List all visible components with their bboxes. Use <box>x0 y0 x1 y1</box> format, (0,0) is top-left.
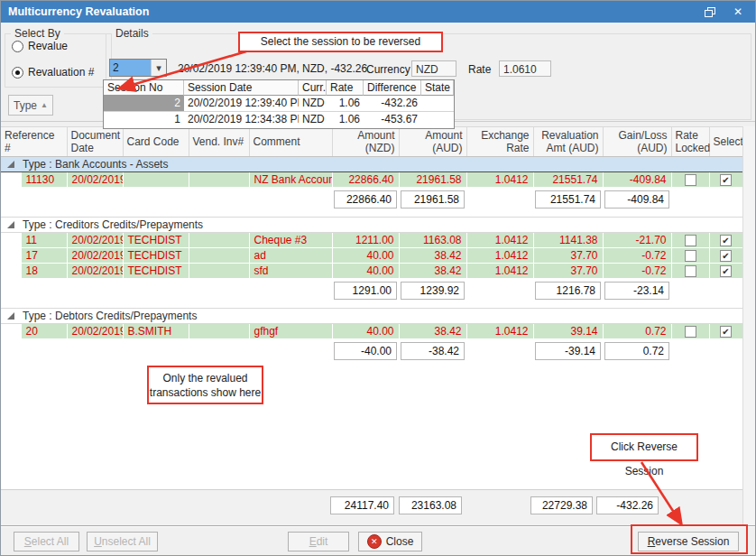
grand-total-gain-loss: -432.26 <box>596 496 659 514</box>
grid-row[interactable]: 11 20/02/2019 TECHDIST Cheque #3 1211.00… <box>1 233 742 248</box>
header-card-code[interactable]: Card Code <box>123 127 189 157</box>
rate-locked-checkbox[interactable] <box>685 265 696 277</box>
grand-total-revaluation-amt: 22729.38 <box>530 496 593 514</box>
select-checkbox[interactable] <box>720 174 732 186</box>
session-date-cell[interactable]: 20/02/2019 12:39:40 PM <box>184 96 299 112</box>
cell-reference: 17 <box>21 248 67 264</box>
rate-locked-checkbox[interactable] <box>685 174 696 186</box>
rate-locked-checkbox[interactable] <box>685 326 696 338</box>
grid-header-row: Reference # Document Date Card Code Vend… <box>1 127 742 157</box>
subtotal-gain-loss: 0.72 <box>604 342 669 360</box>
session-date-cell[interactable]: 20/02/2019 12:34:38 PM <box>184 112 299 128</box>
select-checkbox[interactable] <box>720 235 732 246</box>
session-curr-cell[interactable]: NZD <box>299 112 327 128</box>
select-checkbox[interactable] <box>720 250 732 262</box>
expand-icon[interactable] <box>7 312 14 320</box>
session-rate-cell[interactable]: 1.06 <box>327 112 364 128</box>
subtotal-revaluation-amt: 21551.74 <box>535 190 601 208</box>
group-by-type-button[interactable]: Type ▲ <box>8 95 53 116</box>
currency-field: NZD <box>411 60 456 77</box>
combo-dropdown-icon[interactable]: ▾ <box>151 60 166 76</box>
grid-row[interactable]: 11130 20/02/2019 NZ Bank Account 22866.4… <box>1 172 742 188</box>
session-curr-cell[interactable]: NZD <box>299 96 327 112</box>
subtotal-gain-loss: -23.14 <box>604 282 669 300</box>
multicurrency-revaluation-dialog: Multicurrency Revaluation ✕ Select By Re… <box>0 0 756 556</box>
sort-ascending-icon: ▲ <box>41 101 48 109</box>
expand-icon[interactable] <box>7 221 14 228</box>
close-button[interactable]: ✕ Close <box>358 532 422 551</box>
cell-gain-loss: -0.72 <box>603 264 671 279</box>
cell-gain-loss: -409.84 <box>603 172 671 188</box>
cell-amount-aud: 21961.58 <box>399 172 466 188</box>
rate-locked-checkbox[interactable] <box>685 250 696 262</box>
cell-amount-nzd: 22866.40 <box>332 172 399 188</box>
rate-label: Rate <box>468 63 491 76</box>
subtotal-amount-nzd: 1291.00 <box>334 282 397 300</box>
radio-revaluation-circle[interactable] <box>12 67 23 79</box>
header-reference[interactable]: Reference # <box>1 127 67 157</box>
radio-revaluation-label: Revaluation # <box>28 66 94 79</box>
grand-total-amount-aud: 23163.08 <box>399 496 462 514</box>
select-checkbox[interactable] <box>720 265 732 277</box>
group-row-creditors[interactable]: Type : Creditors Credits/Prepayments <box>1 218 742 233</box>
grid-row[interactable]: 18 20/02/2019 TECHDIST sfd 40.00 38.42 1… <box>1 264 742 279</box>
close-x-icon: ✕ <box>367 534 382 549</box>
vertical-scrollbar[interactable] <box>742 126 756 525</box>
session-row-1[interactable]: 1 20/02/2019 12:34:38 PM NZD 1.06 -453.6… <box>104 112 454 128</box>
session-dropdown-header: Session No Session Date Curr. Rate Diffe… <box>104 80 454 96</box>
session-rate-cell[interactable]: 1.06 <box>327 96 364 112</box>
header-amount-nzd[interactable]: Amount (NZD) <box>332 127 399 157</box>
header-exchange-rate[interactable]: Exchange Rate <box>466 127 533 157</box>
expand-icon[interactable] <box>7 161 14 168</box>
grid-row[interactable]: 20 20/02/2019 B.SMITH gfhgf 40.00 38.42 … <box>1 324 742 339</box>
cell-card-code: TECHDIST <box>123 248 189 264</box>
rate-field: 1.0610 <box>499 60 551 77</box>
session-no-cell[interactable]: 1 <box>104 112 184 128</box>
subtotal-amount-aud: 21961.58 <box>401 190 465 208</box>
cell-revaluation-amt: 37.70 <box>533 248 603 264</box>
header-select[interactable]: Select <box>709 127 742 157</box>
radio-revaluation-number[interactable]: Revaluation # <box>12 66 94 79</box>
radio-revalue-circle[interactable] <box>12 41 23 52</box>
subtotal-row-creditors: 1291.00 1239.92 1216.78 -23.14 <box>1 279 742 303</box>
session-no-cell[interactable]: 2 <box>104 96 184 112</box>
close-button-label: Close <box>386 533 414 551</box>
cell-vend-inv <box>189 233 249 248</box>
cell-revaluation-amt: 37.70 <box>533 264 603 279</box>
header-amount-aud[interactable]: Amount (AUD) <box>399 127 466 157</box>
header-gain-loss[interactable]: Gain/Loss (AUD) <box>603 127 671 157</box>
session-difference-cell[interactable]: -453.67 <box>364 112 421 128</box>
session-number-combobox[interactable]: 2 ▾ <box>109 59 167 77</box>
close-window-icon[interactable]: ✕ <box>733 6 742 17</box>
cell-gain-loss: -21.70 <box>603 233 671 248</box>
session-difference-cell[interactable]: -432.26 <box>364 96 421 112</box>
reverse-session-button[interactable]: Reverse Session <box>638 532 739 551</box>
session-state-cell[interactable] <box>421 96 454 112</box>
group-row-bank-accounts[interactable]: Type : Bank Accounts - Assets <box>1 157 742 172</box>
header-comment[interactable]: Comment <box>249 127 332 157</box>
group-by-type-label: Type <box>14 99 37 112</box>
rate-locked-checkbox[interactable] <box>685 235 696 246</box>
cell-comment: NZ Bank Account <box>249 172 332 188</box>
header-document-date[interactable]: Document Date <box>67 127 123 157</box>
cell-gain-loss: -0.72 <box>603 248 671 264</box>
grand-total-strip: 24117.40 23163.08 22729.38 -432.26 <box>1 489 742 525</box>
header-revaluation-amt[interactable]: Revaluation Amt (AUD) <box>533 127 603 157</box>
cell-comment: sfd <box>249 264 332 279</box>
cell-vend-inv <box>189 172 249 188</box>
subtotal-amount-nzd: 22866.40 <box>334 190 397 208</box>
subtotal-revaluation-amt: 1216.78 <box>535 282 601 300</box>
session-row-2[interactable]: 2 20/02/2019 12:39:40 PM NZD 1.06 -432.2… <box>104 96 454 112</box>
radio-revalue[interactable]: Revalue <box>12 40 68 52</box>
select-checkbox[interactable] <box>720 326 732 338</box>
header-vend-inv[interactable]: Vend. Inv# <box>189 127 249 157</box>
restore-window-icon[interactable] <box>705 7 715 17</box>
cell-card-code <box>123 172 189 188</box>
cell-amount-aud: 38.42 <box>399 248 466 264</box>
cell-amount-nzd: 40.00 <box>332 324 399 339</box>
session-state-cell[interactable] <box>421 112 454 128</box>
grid-row[interactable]: 17 20/02/2019 TECHDIST ad 40.00 38.42 1.… <box>1 248 742 264</box>
cell-comment: ad <box>249 248 332 264</box>
header-rate-locked[interactable]: Rate Locked <box>671 127 709 157</box>
group-row-debtors[interactable]: Type : Debtors Credits/Prepayments <box>1 309 742 324</box>
